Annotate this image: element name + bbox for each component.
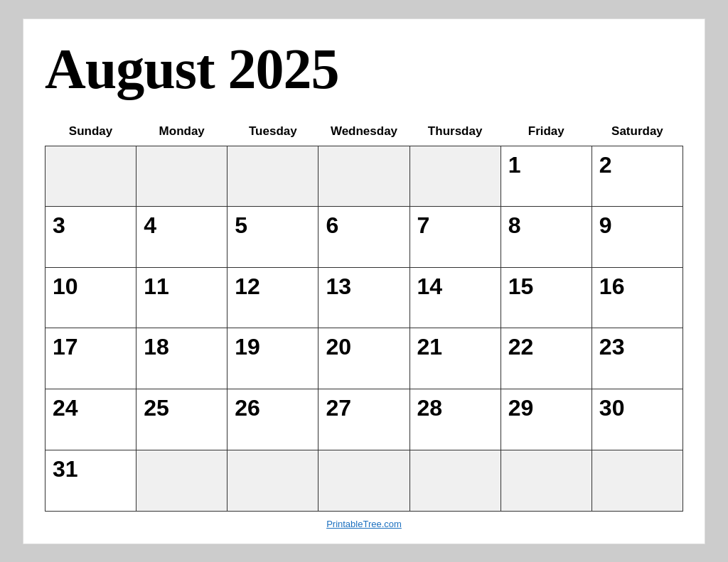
calendar-week-row: 10111213141516 xyxy=(46,267,683,328)
day-number: 9 xyxy=(599,212,675,239)
day-number: 29 xyxy=(508,395,584,421)
calendar-week-row: 3456789 xyxy=(46,207,683,268)
day-number: 13 xyxy=(326,274,402,300)
day-number: 12 xyxy=(235,274,311,300)
day-number: 2 xyxy=(599,152,675,178)
day-number: 18 xyxy=(144,334,220,360)
footer-link[interactable]: PrintableTree.com xyxy=(45,519,683,529)
day-number: 20 xyxy=(326,334,402,360)
calendar-page: August 2025 SundayMondayTuesdayWednesday… xyxy=(23,18,705,544)
day-number: 19 xyxy=(235,334,311,360)
day-number: 4 xyxy=(144,212,220,239)
day-number: 25 xyxy=(144,395,220,421)
calendar-cell: 18 xyxy=(136,328,228,389)
calendar-cell: 25 xyxy=(136,389,228,450)
calendar-cell: 13 xyxy=(318,267,410,328)
day-header-saturday: Saturday xyxy=(592,119,682,146)
day-number: 6 xyxy=(326,212,402,239)
day-header-friday: Friday xyxy=(500,119,592,146)
calendar-cell: 10 xyxy=(46,267,136,328)
calendar-cell: 22 xyxy=(500,328,592,389)
day-number: 10 xyxy=(53,274,129,300)
calendar-cell: 11 xyxy=(136,267,228,328)
calendar-week-row: 17181920212223 xyxy=(46,328,683,389)
day-number: 8 xyxy=(508,212,584,239)
calendar-table: SundayMondayTuesdayWednesdayThursdayFrid… xyxy=(45,119,683,512)
calendar-cell: 6 xyxy=(318,207,410,268)
day-number: 27 xyxy=(326,395,402,421)
calendar-cell xyxy=(46,146,136,207)
calendar-cell: 21 xyxy=(410,328,500,389)
day-number: 1 xyxy=(508,152,584,178)
calendar-cell: 8 xyxy=(500,207,592,268)
calendar-cell: 14 xyxy=(410,267,500,328)
day-number: 24 xyxy=(53,395,129,421)
day-header-monday: Monday xyxy=(136,119,228,146)
calendar-week-row: 12 xyxy=(46,146,683,207)
calendar-cell: 4 xyxy=(136,207,228,268)
day-number: 15 xyxy=(508,274,584,300)
calendar-cell: 3 xyxy=(46,207,136,268)
calendar-cell: 2 xyxy=(592,146,682,207)
calendar-cell: 20 xyxy=(318,328,410,389)
calendar-week-row: 24252627282930 xyxy=(46,389,683,450)
calendar-cell: 9 xyxy=(592,207,682,268)
calendar-body: 1234567891011121314151617181920212223242… xyxy=(46,146,683,511)
calendar-week-row: 31 xyxy=(46,450,683,511)
calendar-cell: 1 xyxy=(500,146,592,207)
calendar-cell: 12 xyxy=(228,267,318,328)
calendar-cell xyxy=(228,146,318,207)
calendar-cell: 28 xyxy=(410,389,500,450)
day-number: 23 xyxy=(599,334,675,360)
calendar-cell xyxy=(318,450,410,511)
calendar-cell: 16 xyxy=(592,267,682,328)
day-number: 7 xyxy=(417,212,493,239)
calendar-cell xyxy=(410,450,500,511)
calendar-header-row: SundayMondayTuesdayWednesdayThursdayFrid… xyxy=(46,119,683,146)
calendar-cell xyxy=(228,450,318,511)
day-number: 28 xyxy=(417,395,493,421)
calendar-cell xyxy=(410,146,500,207)
calendar-cell: 19 xyxy=(228,328,318,389)
day-header-wednesday: Wednesday xyxy=(318,119,410,146)
day-number: 16 xyxy=(599,274,675,300)
day-number: 5 xyxy=(235,212,311,239)
calendar-cell: 17 xyxy=(46,328,136,389)
calendar-cell: 23 xyxy=(592,328,682,389)
day-number: 30 xyxy=(599,395,675,421)
day-number: 26 xyxy=(235,395,311,421)
calendar-cell xyxy=(318,146,410,207)
day-number: 3 xyxy=(53,212,129,239)
calendar-cell xyxy=(136,146,228,207)
day-number: 14 xyxy=(417,274,493,300)
calendar-cell: 30 xyxy=(592,389,682,450)
calendar-cell: 26 xyxy=(228,389,318,450)
calendar-cell: 27 xyxy=(318,389,410,450)
day-header-tuesday: Tuesday xyxy=(228,119,318,146)
calendar-cell: 24 xyxy=(46,389,136,450)
day-number: 17 xyxy=(53,334,129,360)
day-header-sunday: Sunday xyxy=(46,119,136,146)
calendar-cell: 31 xyxy=(46,450,136,511)
calendar-cell xyxy=(500,450,592,511)
calendar-cell: 29 xyxy=(500,389,592,450)
calendar-cell xyxy=(136,450,228,511)
calendar-cell: 5 xyxy=(228,207,318,268)
calendar-cell: 7 xyxy=(410,207,500,268)
day-number: 11 xyxy=(144,274,220,300)
day-number: 31 xyxy=(53,456,129,482)
calendar-cell: 15 xyxy=(500,267,592,328)
calendar-cell xyxy=(592,450,682,511)
calendar-title: August 2025 xyxy=(45,40,683,97)
day-header-thursday: Thursday xyxy=(410,119,500,146)
day-number: 22 xyxy=(508,334,584,360)
day-number: 21 xyxy=(417,334,493,360)
